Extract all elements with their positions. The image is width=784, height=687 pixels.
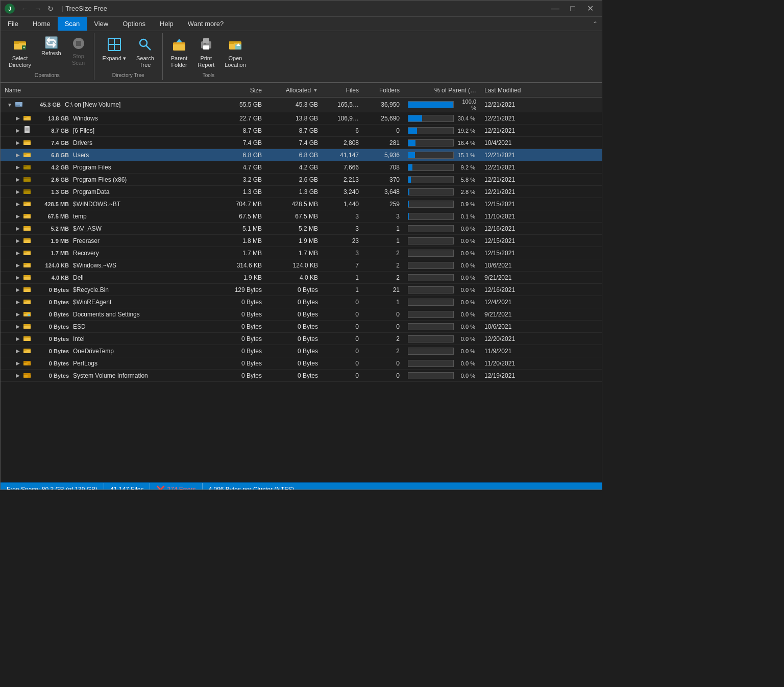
tree-row[interactable]: ▶ 4.0 KB Dell 1.9 KB4.0 KB12 0.0 % 9/21/… bbox=[1, 272, 602, 284]
expand-toggle[interactable]: ▶ bbox=[15, 250, 21, 256]
expand-toggle[interactable]: ▶ bbox=[15, 128, 21, 134]
allocated-cell: 4.0 KB bbox=[266, 273, 322, 282]
stop-scan-button[interactable]: StopScan bbox=[67, 35, 90, 68]
menu-home[interactable]: Home bbox=[26, 17, 58, 31]
expand-toggle[interactable]: ▶ bbox=[15, 189, 21, 195]
expand-toggle[interactable]: ▶ bbox=[15, 238, 21, 244]
errors-status[interactable]: ❌ 274 Errors bbox=[150, 483, 202, 490]
expand-button[interactable]: Expand ▾ bbox=[99, 35, 130, 64]
pct-bar-fill bbox=[408, 201, 409, 207]
expand-toggle[interactable]: ▶ bbox=[15, 336, 21, 342]
col-allocated[interactable]: Allocated▼ bbox=[266, 85, 322, 95]
tree-row[interactable]: ▶ 0 Bytes $WinREAgent 0 Bytes0 Bytes01 0… bbox=[1, 296, 602, 308]
tree-row[interactable]: ▶ 0 Bytes $Recycle.Bin 129 Bytes0 Bytes1… bbox=[1, 284, 602, 296]
expand-toggle[interactable]: ▶ bbox=[15, 152, 21, 158]
svg-rect-88 bbox=[23, 336, 27, 338]
expand-toggle[interactable]: ▶ bbox=[15, 262, 21, 268]
svg-rect-20 bbox=[203, 45, 209, 50]
modified-cell: 12/21/2021 bbox=[480, 163, 552, 172]
pct-bar-container bbox=[408, 127, 454, 134]
refresh-button[interactable]: 🔄 Refresh bbox=[37, 35, 65, 59]
tree-row[interactable]: ▶ 67.5 MB temp 67.5 MB67.5 MB33 0.1 % 11… bbox=[1, 210, 602, 223]
tree-row[interactable]: ▶ 1.7 MB Recovery 1.7 MB1.7 MB32 0.0 % 1… bbox=[1, 247, 602, 259]
tree-row[interactable]: ▶ 2.6 GB Program Files (x86) 3.2 GB2.6 G… bbox=[1, 174, 602, 186]
tree-row[interactable]: ▶ 6.8 GB Users 6.8 GB6.8 GB41,1475,936 1… bbox=[1, 149, 602, 161]
tree-container[interactable]: ▼ 45.3 GB C:\ on [New Volume] 55.5 GB45.… bbox=[1, 97, 602, 482]
expand-toggle[interactable]: ▶ bbox=[15, 360, 21, 366]
select-directory-button[interactable]: + SelectDirectory bbox=[5, 35, 35, 70]
col-modified[interactable]: Last Modified bbox=[480, 85, 552, 95]
tree-row[interactable]: ▶ 0 Bytes PerfLogs 0 Bytes0 Bytes00 0.0 … bbox=[1, 357, 602, 370]
expand-toggle[interactable]: ▶ bbox=[15, 177, 21, 183]
tree-row[interactable]: ▶ 0 Bytes ESD 0 Bytes0 Bytes00 0.0 % 10/… bbox=[1, 321, 602, 333]
col-name[interactable]: Name bbox=[1, 85, 215, 95]
col-folders[interactable]: Folders bbox=[363, 85, 404, 95]
folders-cell: 3,648 bbox=[363, 187, 404, 197]
open-location-button[interactable]: OpenLocation bbox=[220, 35, 250, 70]
tree-row[interactable]: ▶ 1.3 GB ProgramData 1.3 GB1.3 GB3,2403,… bbox=[1, 186, 602, 198]
expand-toggle[interactable]: ▶ bbox=[15, 164, 21, 170]
menu-view[interactable]: View bbox=[87, 17, 115, 31]
tree-row[interactable]: ▶ 428.5 MB $WINDOWS.~BT 704.7 MB428.5 MB… bbox=[1, 198, 602, 210]
expand-toggle[interactable]: ▶ bbox=[15, 115, 21, 121]
files-cell: 1 bbox=[322, 285, 363, 295]
item-name: PerfLogs bbox=[73, 360, 97, 367]
tree-row[interactable]: ▶ 0 Bytes System Volume Information 0 By… bbox=[1, 370, 602, 382]
tree-row[interactable]: ▶ 0 Bytes OneDriveTemp 0 Bytes0 Bytes02 … bbox=[1, 345, 602, 357]
tree-row[interactable]: ▶ 5.2 MB $AV_ASW 5.1 MB5.2 MB31 0.0 % 12… bbox=[1, 223, 602, 235]
tree-row[interactable]: ▶ 4.2 GB Program Files 4.7 GB4.2 GB7,666… bbox=[1, 161, 602, 174]
expand-toggle[interactable]: ▶ bbox=[15, 299, 21, 305]
tree-row[interactable]: ▶ 124.0 KB $Windows.~WS 314.6 KB124.0 KB… bbox=[1, 259, 602, 272]
modified-cell: 11/20/2021 bbox=[480, 359, 552, 368]
menu-options[interactable]: Options bbox=[115, 17, 153, 31]
tree-row[interactable]: ▶ 0 Bytes Intel 0 Bytes0 Bytes02 0.0 % 1… bbox=[1, 333, 602, 345]
col-size[interactable]: Size bbox=[215, 85, 266, 95]
expand-toggle[interactable]: ▶ bbox=[15, 201, 21, 207]
parent-folder-button[interactable]: ParentFolder bbox=[167, 35, 191, 70]
expand-toggle[interactable]: ▶ bbox=[15, 213, 21, 219]
menu-want-more[interactable]: Want more? bbox=[181, 17, 231, 31]
allocated-cell: 0 Bytes bbox=[266, 298, 322, 307]
expand-toggle[interactable]: ▶ bbox=[15, 287, 21, 293]
col-files[interactable]: Files bbox=[322, 85, 363, 95]
nav-refresh-button[interactable]: ↻ bbox=[45, 4, 56, 14]
expand-toggle[interactable]: ▶ bbox=[15, 275, 21, 281]
close-button[interactable]: ✕ bbox=[582, 3, 598, 15]
expand-toggle[interactable]: ▶ bbox=[15, 311, 21, 317]
parent-folder-icon bbox=[172, 37, 186, 54]
print-report-button[interactable]: PrintReport bbox=[193, 35, 218, 70]
ribbon-collapse-button[interactable]: ⌃ bbox=[589, 17, 602, 31]
back-button[interactable]: ← bbox=[19, 4, 30, 14]
maximize-button[interactable]: □ bbox=[565, 3, 580, 15]
files-cell: 1,440 bbox=[322, 200, 363, 209]
search-tree-button[interactable]: SearchTree bbox=[132, 35, 158, 70]
folders-cell: 2 bbox=[363, 261, 404, 270]
expand-toggle[interactable]: ▶ bbox=[15, 373, 21, 379]
expand-toggle[interactable]: ▼ bbox=[7, 102, 13, 108]
col-pct[interactable]: % of Parent (… bbox=[404, 85, 480, 95]
tree-row[interactable]: ▶ 13.8 GB Windows 22.7 GB13.8 GB106,9…25… bbox=[1, 112, 602, 125]
tree-row[interactable]: ▼ 45.3 GB C:\ on [New Volume] 55.5 GB45.… bbox=[1, 97, 602, 112]
files-cell: 41,147 bbox=[322, 151, 363, 160]
menu-scan[interactable]: Scan bbox=[58, 17, 87, 31]
modified-cell: 10/4/2021 bbox=[480, 138, 552, 148]
item-name: Intel bbox=[73, 335, 85, 342]
menu-help[interactable]: Help bbox=[153, 17, 181, 31]
expand-toggle[interactable]: ▶ bbox=[15, 348, 21, 354]
item-size: 428.5 MB bbox=[33, 201, 69, 207]
svg-rect-11 bbox=[108, 44, 114, 51]
expand-toggle[interactable]: ▶ bbox=[15, 226, 21, 232]
modified-cell: 12/15/2021 bbox=[480, 236, 552, 246]
tree-row[interactable]: ▶ 8.7 GB [6 Files] 8.7 GB8.7 GB60 19.2 %… bbox=[1, 125, 602, 137]
modified-cell: 12/15/2021 bbox=[480, 200, 552, 209]
tree-row[interactable]: ▶ 1.9 MB Freeraser 1.8 MB1.9 MB231 0.0 %… bbox=[1, 235, 602, 247]
size-cell: 0 Bytes bbox=[215, 359, 266, 368]
menu-file[interactable]: File bbox=[1, 17, 26, 31]
minimize-button[interactable]: — bbox=[548, 3, 563, 15]
expand-toggle[interactable]: ▶ bbox=[15, 140, 21, 146]
tree-row[interactable]: ▶ 7.4 GB Drivers 7.4 GB7.4 GB2,808281 16… bbox=[1, 137, 602, 149]
expand-toggle[interactable]: ▶ bbox=[15, 324, 21, 330]
forward-button[interactable]: → bbox=[32, 4, 43, 14]
item-name: ProgramData bbox=[73, 188, 109, 195]
tree-row[interactable]: ▶ 0 Bytes Documents and Settings 0 Bytes… bbox=[1, 308, 602, 321]
